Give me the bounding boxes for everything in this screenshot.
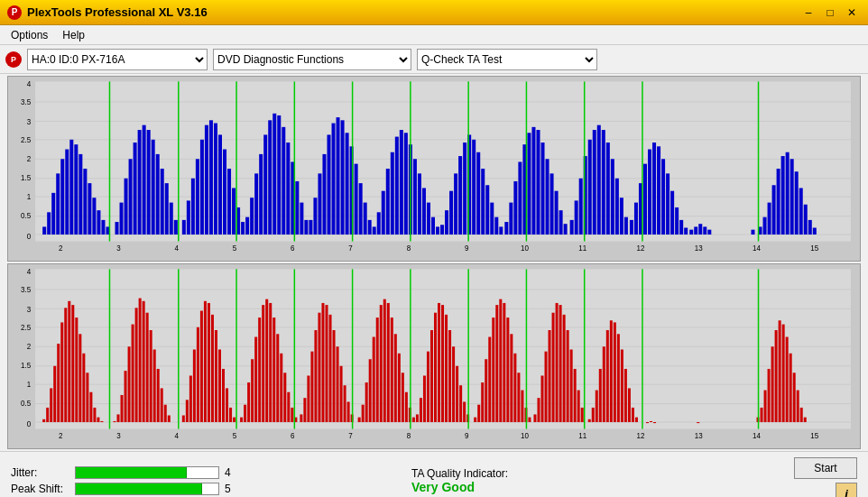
- svg-text:0.5: 0.5: [21, 210, 32, 219]
- info-button[interactable]: i: [836, 483, 857, 497]
- svg-rect-81: [254, 173, 258, 235]
- svg-rect-92: [304, 220, 308, 235]
- svg-rect-101: [341, 120, 345, 235]
- svg-rect-254: [113, 421, 115, 422]
- svg-text:15: 15: [810, 431, 818, 440]
- svg-rect-35: [51, 193, 55, 235]
- svg-text:3: 3: [116, 431, 121, 440]
- maximize-button[interactable]: □: [821, 5, 839, 21]
- close-button[interactable]: ✕: [843, 5, 861, 21]
- svg-rect-340: [427, 352, 429, 422]
- svg-rect-306: [307, 375, 309, 422]
- svg-rect-276: [200, 311, 203, 422]
- window-controls: – □ ✕: [799, 5, 861, 21]
- jitter-fill: [76, 467, 187, 478]
- svg-rect-311: [325, 305, 328, 422]
- svg-rect-142: [513, 181, 517, 235]
- svg-rect-307: [310, 352, 313, 422]
- svg-rect-52: [129, 159, 133, 235]
- svg-rect-141: [509, 203, 512, 235]
- svg-text:14: 14: [753, 431, 761, 440]
- svg-text:3: 3: [116, 244, 121, 253]
- svg-rect-49: [115, 222, 119, 235]
- svg-rect-129: [458, 156, 462, 235]
- svg-rect-339: [423, 375, 426, 422]
- peakshift-row: Peak Shift: 5: [11, 483, 393, 495]
- svg-rect-415: [797, 391, 799, 422]
- svg-rect-289: [247, 382, 250, 422]
- svg-rect-59: [161, 169, 164, 235]
- svg-text:11: 11: [578, 244, 586, 253]
- svg-rect-65: [187, 200, 190, 235]
- svg-rect-313: [333, 330, 336, 422]
- svg-rect-323: [369, 359, 372, 422]
- svg-rect-333: [405, 392, 408, 422]
- svg-rect-146: [531, 127, 535, 235]
- svg-text:11: 11: [578, 431, 586, 440]
- svg-rect-68: [200, 140, 204, 235]
- svg-rect-155: [570, 220, 574, 235]
- svg-rect-317: [347, 401, 350, 422]
- svg-rect-370: [533, 414, 536, 422]
- svg-rect-115: [400, 130, 403, 235]
- svg-rect-184: [694, 226, 697, 235]
- svg-rect-271: [182, 415, 185, 422]
- svg-rect-377: [559, 305, 562, 422]
- svg-rect-275: [197, 327, 199, 422]
- svg-rect-243: [68, 301, 70, 422]
- svg-rect-53: [134, 143, 137, 235]
- svg-rect-77: [241, 222, 245, 235]
- svg-text:7: 7: [348, 431, 353, 440]
- function-select[interactable]: DVD Diagnostic Functions: [213, 49, 411, 70]
- svg-rect-148: [541, 143, 545, 235]
- test-select[interactable]: Q-Check TA Test: [417, 49, 597, 70]
- menu-options[interactable]: Options: [4, 27, 55, 43]
- svg-rect-62: [174, 220, 178, 235]
- svg-rect-388: [599, 369, 602, 422]
- title-bar: P PlexTools Professional XL V3.16 – □ ✕: [0, 0, 868, 25]
- svg-rect-248: [86, 373, 88, 422]
- svg-rect-332: [402, 373, 404, 422]
- svg-rect-343: [438, 303, 440, 422]
- svg-rect-173: [648, 150, 651, 235]
- svg-rect-195: [786, 152, 790, 235]
- svg-rect-293: [262, 305, 264, 422]
- svg-rect-69: [205, 125, 208, 235]
- svg-rect-43: [88, 183, 91, 235]
- svg-rect-119: [418, 173, 421, 235]
- svg-rect-86: [277, 115, 281, 235]
- svg-rect-112: [386, 169, 390, 235]
- top-chart-svg: 4 3.5 3 2.5 2 1.5 1 0.5 0 2 3 4 5 6 7 8 …: [8, 77, 860, 261]
- svg-rect-405: [761, 408, 763, 422]
- svg-rect-350: [463, 401, 466, 422]
- svg-rect-278: [208, 303, 210, 422]
- svg-rect-379: [567, 330, 569, 422]
- svg-text:3: 3: [27, 116, 32, 125]
- svg-rect-166: [620, 198, 623, 235]
- svg-rect-358: [492, 318, 494, 422]
- svg-rect-125: [440, 225, 444, 235]
- svg-rect-153: [564, 224, 568, 235]
- svg-rect-414: [793, 373, 796, 422]
- menu-help[interactable]: Help: [55, 27, 92, 43]
- svg-rect-309: [318, 313, 320, 422]
- svg-rect-280: [215, 330, 217, 422]
- svg-rect-345: [445, 315, 448, 422]
- svg-text:13: 13: [695, 244, 703, 253]
- device-select[interactable]: HA:0 ID:0 PX-716A: [27, 49, 208, 70]
- peakshift-empty: [202, 483, 218, 494]
- svg-text:1.5: 1.5: [21, 173, 32, 182]
- start-button[interactable]: Start: [794, 457, 857, 479]
- svg-rect-389: [603, 346, 605, 422]
- svg-rect-251: [97, 418, 99, 422]
- svg-rect-70: [209, 120, 213, 235]
- minimize-button[interactable]: –: [799, 5, 817, 21]
- svg-rect-178: [670, 191, 674, 235]
- svg-rect-401: [650, 421, 652, 422]
- svg-rect-201: [813, 227, 817, 235]
- peakshift-fill: [76, 483, 202, 494]
- svg-rect-33: [42, 226, 46, 235]
- svg-rect-138: [499, 226, 503, 235]
- svg-rect-67: [196, 159, 199, 235]
- svg-rect-279: [211, 315, 214, 422]
